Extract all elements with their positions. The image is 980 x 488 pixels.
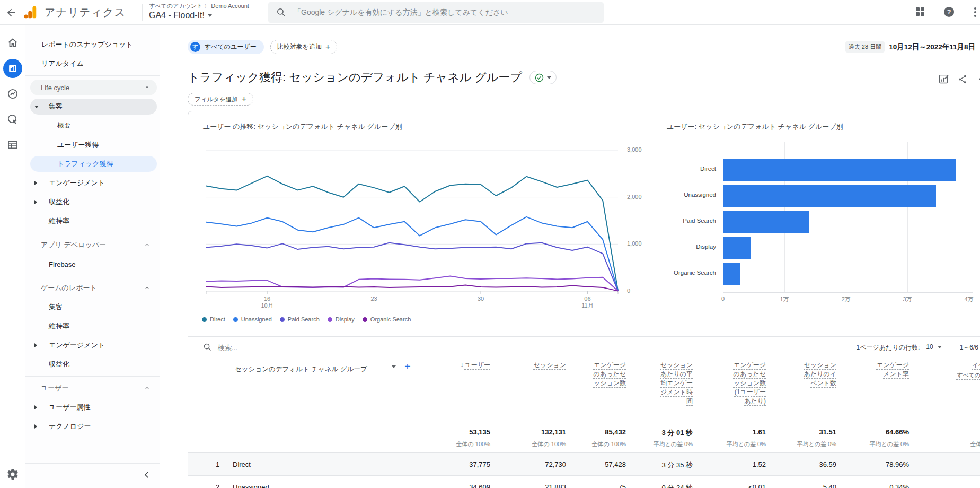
column-header-1[interactable]: ↓ユーザー xyxy=(449,361,490,370)
check-circle-icon xyxy=(535,73,544,82)
settings-gear-icon[interactable] xyxy=(6,468,19,481)
column-header-7[interactable]: エンゲージメント率 xyxy=(872,361,909,379)
sidebar-item-engagement[interactable]: エンゲージメント xyxy=(25,173,160,193)
account-breadcrumb: すべてのアカウント〉Demo Account GA4 - Flood-It! xyxy=(149,2,249,20)
column-header-4[interactable]: セッションあたりの平均エンゲージメント時間 xyxy=(658,361,693,406)
collapse-sidebar-icon[interactable] xyxy=(142,470,152,482)
sidebar-item-game-monetization[interactable]: 収益化 xyxy=(25,355,160,374)
dimension-header[interactable]: セッションのデフォルト チャネル グループ xyxy=(235,365,367,374)
rows-per-page-value: 10 xyxy=(926,343,933,351)
bar-x-axis-label: 1万 xyxy=(773,295,796,303)
breadcrumb-account: Demo Account xyxy=(211,3,249,9)
column-header-5[interactable]: エンゲージのあったセッション数(1ユーザーあたり) xyxy=(729,361,766,406)
legend-label: Paid Search xyxy=(288,316,320,323)
sidebar-item-game-acquisition[interactable]: 集客 xyxy=(25,298,160,317)
sidebar-item-realtime[interactable]: リアルタイム xyxy=(25,54,160,73)
cell-value: 3 分 35 秒 xyxy=(619,460,693,470)
sidebar-item-label: テクノロジー xyxy=(25,422,91,431)
explore-icon[interactable] xyxy=(3,84,22,103)
rows-per-page-select[interactable]: 10 xyxy=(925,343,942,352)
apps-grid-icon[interactable] xyxy=(915,6,928,19)
row-range-label: 1～6/6 xyxy=(960,343,978,352)
line-series-paid-search xyxy=(206,243,618,291)
data-quality-badge[interactable] xyxy=(529,71,557,84)
sidebar-item-game-retention[interactable]: 維持率 xyxy=(25,317,160,336)
back-arrow-icon xyxy=(5,7,17,19)
sidebar-item-monetization[interactable]: 収益化 xyxy=(25,193,160,212)
topbar-divider xyxy=(142,4,143,21)
sidebar-item-label: トラフィック獲得 xyxy=(25,159,113,169)
sidebar-item-label: ユーザー獲得 xyxy=(25,140,99,150)
totals-sublabel: 全体の 100% xyxy=(930,440,980,448)
analytics-logo-icon xyxy=(22,4,38,20)
cell-value: 0.34% xyxy=(835,483,909,488)
category-tick xyxy=(718,196,721,196)
cell-value: 75 xyxy=(552,483,626,488)
category-tick xyxy=(718,170,721,170)
add-filter-chip[interactable]: フィルタを追加 + xyxy=(188,93,253,106)
sidebar-section-app-developer[interactable]: アプリ デベロッパー xyxy=(25,236,160,255)
more-menu-icon[interactable] xyxy=(970,6,980,19)
bar-display xyxy=(723,237,751,259)
bar-organic-search xyxy=(723,263,740,285)
category-tick xyxy=(718,248,721,248)
sidebar-item-overview[interactable]: 概要 xyxy=(25,116,160,135)
date-range-picker[interactable]: 過去 28 日間 10月12日～2022年11月8日 xyxy=(845,41,975,53)
add-dimension-button[interactable]: + xyxy=(404,361,411,373)
sidebar-item-technology[interactable]: テクノロジー xyxy=(25,417,160,436)
legend-item-organic-search: Organic Search xyxy=(363,316,411,323)
column-header-8[interactable]: イベント数すべてのイベント xyxy=(951,361,980,380)
property-selector[interactable]: GA4 - Flood-It! xyxy=(149,11,249,20)
x-axis-label: 0611月 xyxy=(576,295,599,310)
all-users-chip[interactable]: す すべてのユーザー xyxy=(188,40,264,54)
chevron-up-icon xyxy=(144,284,151,293)
column-header-2[interactable]: セッション xyxy=(529,361,566,370)
sidebar-item-firebase[interactable]: Firebase xyxy=(25,255,160,274)
sidebar-item-acquisition[interactable]: 集客 xyxy=(25,97,160,116)
insights-icon[interactable] xyxy=(976,74,980,85)
advertising-icon[interactable] xyxy=(3,110,22,129)
page-title: トラフィック獲得: セッションのデフォルト チャネル グループ xyxy=(188,69,522,85)
column-header-3[interactable]: エンゲージのあったセッション数 xyxy=(591,361,626,388)
back-button[interactable] xyxy=(5,7,17,19)
customize-report-icon[interactable] xyxy=(938,74,949,85)
sidebar-item-retention[interactable]: 維持率 xyxy=(25,212,160,231)
totals-sublabel: 平均との差 0% xyxy=(762,440,836,448)
chevron-up-icon xyxy=(144,84,151,92)
breadcrumb: すべてのアカウント〉Demo Account xyxy=(149,2,249,10)
table-row[interactable]: 2Unassigned34,60921,883750 分 24 秒<0.015.… xyxy=(188,475,980,488)
sidebar-section-game-reports[interactable]: ゲームのレポート xyxy=(25,278,160,298)
analytics-logo[interactable]: アナリティクス xyxy=(22,4,126,20)
sidebar-item-game-engagement[interactable]: エンゲージメント xyxy=(25,336,160,355)
sidebar-item-label: リアルタイム xyxy=(25,59,84,68)
sidebar-item-user-attributes[interactable]: ユーザー属性 xyxy=(25,398,160,417)
library-icon[interactable] xyxy=(3,135,22,154)
bar-category-label: Unassigned xyxy=(615,191,716,198)
sidebar-item-label: エンゲージメント xyxy=(25,178,105,188)
legend-dot xyxy=(280,317,285,322)
home-icon[interactable] xyxy=(3,33,22,53)
sidebar-item-label: 概要 xyxy=(25,121,71,130)
column-header-6[interactable]: セッションあたりのイベント数 xyxy=(801,361,836,388)
help-icon[interactable]: ? xyxy=(943,6,956,19)
sidebar-item-report-snapshot[interactable]: レポートのスナップショット xyxy=(25,35,160,54)
comparison-chips-row: す すべてのユーザー 比較対象を追加 + xyxy=(188,40,337,54)
sidebar-section-life-cycle[interactable]: Life cycle xyxy=(25,78,160,97)
x-axis-label: 23 xyxy=(363,295,386,302)
search-bar[interactable]: 「Google シグナルを有効にする方法」と検索してみてください xyxy=(268,2,604,23)
breadcrumb-root: すべてのアカウント xyxy=(149,3,202,9)
sidebar-item-traffic-acquisition[interactable]: トラフィック獲得 xyxy=(25,154,160,173)
legend-item-paid-search: Paid Search xyxy=(280,316,320,323)
icon-rail xyxy=(0,25,25,488)
table-row[interactable]: 1Direct37,77572,73057,4283 分 35 秒1.5236.… xyxy=(188,452,980,475)
share-icon[interactable] xyxy=(957,74,968,85)
dimension-dropdown-icon[interactable] xyxy=(392,368,396,378)
filter-row: フィルタを追加 + xyxy=(188,93,253,106)
table-search-input[interactable]: 検索... xyxy=(218,343,237,353)
add-filter-label: フィルタを追加 xyxy=(195,95,238,103)
sidebar-divider xyxy=(25,75,160,76)
sidebar-item-user-acquisition[interactable]: ユーザー獲得 xyxy=(25,135,160,154)
sidebar-section-user[interactable]: ユーザー xyxy=(25,379,160,398)
reports-icon[interactable] xyxy=(3,59,22,78)
add-comparison-chip[interactable]: 比較対象を追加 + xyxy=(270,40,338,54)
